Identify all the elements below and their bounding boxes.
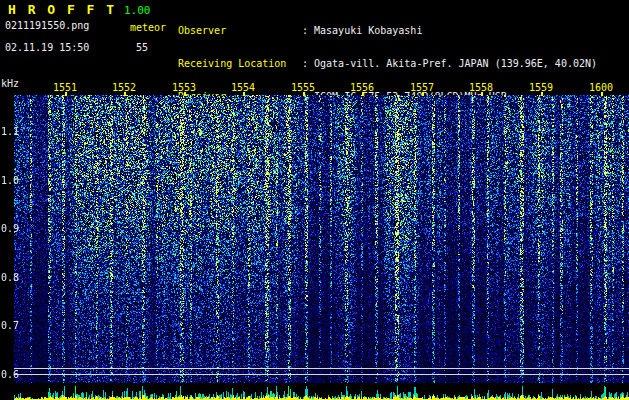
time-tick [303, 92, 305, 96]
seconds-counter: 55 [136, 42, 148, 53]
time-tick [541, 92, 543, 96]
time-tick [184, 92, 186, 96]
location-value: : Ogata-vill. Akita-Pref. JAPAN (139.96E… [302, 58, 597, 69]
datetime-label: 02.11.19 15:50 [5, 42, 89, 53]
observer-label: Observer [178, 25, 302, 36]
time-tick [481, 92, 483, 96]
time-tick [124, 92, 126, 96]
freq-tick-0-9: 0.9 [1, 223, 23, 234]
time-tick [362, 92, 364, 96]
freq-tick-1-1: 1.1 [1, 126, 23, 137]
freq-tick-1-0: 1.0 [1, 175, 23, 186]
app-title: H R O F F T [8, 2, 116, 17]
time-tick [422, 92, 424, 96]
time-tick [243, 92, 245, 96]
freq-tick-0-6: 0.6 [1, 369, 23, 380]
app-version: 1.00 [124, 4, 151, 17]
observation-mode: meteor [130, 22, 166, 33]
signal-strip-canvas [14, 386, 629, 400]
location-label: Receiving Location [178, 58, 302, 69]
time-tick [601, 92, 603, 96]
observer-value: : Masayuki Kobayashi [302, 25, 422, 36]
info-row-location: Receiving Location: Ogata-vill. Akita-Pr… [178, 58, 597, 69]
info-row-observer: Observer: Masayuki Kobayashi [178, 25, 597, 36]
time-tick [65, 92, 67, 96]
frequency-unit-label: kHz [1, 78, 19, 89]
freq-tick-0-7: 0.7 [1, 320, 23, 331]
output-filename: 0211191550.png [5, 20, 89, 31]
spectrogram-canvas [14, 95, 629, 383]
freq-tick-0-8: 0.8 [1, 272, 23, 283]
hrofft-screen: H R O F F T 1.00 0211191550.png meteor 0… [0, 0, 629, 400]
